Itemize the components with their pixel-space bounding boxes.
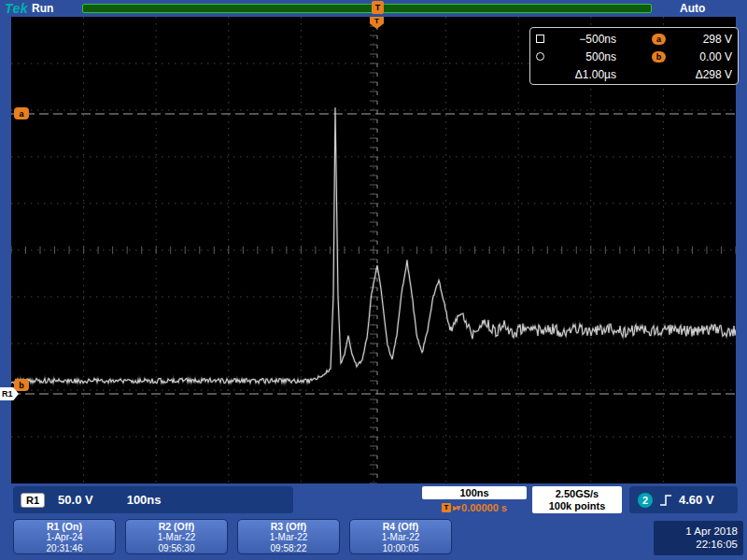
acquisition-state: Run bbox=[32, 2, 53, 15]
button-time: 09:56:30 bbox=[126, 543, 227, 554]
cursor-b-voltage: 0.00 V bbox=[672, 50, 732, 63]
reference-channel-badge: R1 bbox=[21, 493, 45, 508]
button-time: 09:58:22 bbox=[238, 543, 339, 554]
tek-logo: Tek bbox=[5, 1, 28, 16]
waveform-plot bbox=[11, 17, 736, 483]
button-time: 10:00:05 bbox=[350, 543, 451, 554]
cursor-a-time: −500ns bbox=[555, 33, 616, 46]
cursor-readout: −500ns a 298 V 500ns b 0.00 V Δ1.00µs Δ2… bbox=[529, 27, 739, 85]
reference-time-scale: 100ns bbox=[127, 493, 162, 507]
date-text: 1 Apr 2018 bbox=[659, 525, 738, 538]
button-date: 1-Apr-24 bbox=[14, 532, 115, 543]
cursor-delta-voltage: Δ298 V bbox=[672, 68, 732, 81]
trigger-readout: 2 4.60 V bbox=[629, 486, 738, 513]
graticule-area: T a b bbox=[11, 17, 736, 483]
trigger-position-readout: T ▸▾ 0.00000 s bbox=[422, 501, 527, 513]
button-label: R1 (On) bbox=[14, 521, 115, 532]
acquisition-readout: 2.50GS/s 100k points bbox=[532, 486, 622, 513]
reference-button-r4[interactable]: R4 (Off) 1-Mar-22 10:00:05 bbox=[349, 519, 452, 554]
cursor-delta-time: Δ1.00µs bbox=[555, 68, 616, 81]
cursor-b-handle[interactable]: b bbox=[14, 379, 29, 391]
sample-rate: 2.50GS/s bbox=[556, 488, 599, 500]
cursor-b-shape-icon bbox=[536, 52, 544, 61]
cursor-a-handle[interactable]: a bbox=[14, 107, 29, 119]
trigger-mode-status: Auto bbox=[680, 2, 705, 15]
button-date: 1-Mar-22 bbox=[350, 532, 451, 543]
button-label: R4 (Off) bbox=[350, 521, 451, 532]
cursor-a-shape-icon bbox=[536, 35, 544, 43]
record-length: 100k points bbox=[549, 500, 606, 512]
datetime-display: 1 Apr 2018 22:16:05 bbox=[654, 521, 743, 555]
record-trigger-position-icon: T bbox=[372, 1, 384, 14]
trigger-position-value: 0.00000 s bbox=[461, 502, 507, 513]
reference-button-r3[interactable]: R3 (Off) 1-Mar-22 09:58:22 bbox=[237, 519, 340, 554]
cursor-b-badge-icon: b bbox=[652, 51, 666, 63]
reference-button-r1[interactable]: R1 (On) 1-Apr-24 20:31:46 bbox=[13, 519, 116, 554]
button-date: 1-Mar-22 bbox=[126, 532, 227, 543]
reference-vertical-scale: 50.0 V bbox=[58, 493, 93, 507]
record-view-bar bbox=[82, 4, 652, 13]
button-label: R2 (Off) bbox=[126, 521, 227, 532]
cursor-b-time: 500ns bbox=[555, 50, 616, 63]
trigger-source-badge: 2 bbox=[638, 493, 653, 508]
trigger-level: 4.60 V bbox=[679, 493, 714, 507]
button-time: 20:31:46 bbox=[14, 543, 115, 554]
time-text: 22:16:05 bbox=[659, 538, 738, 551]
cursor-a-badge-icon: a bbox=[652, 34, 666, 45]
button-date: 1-Mar-22 bbox=[238, 532, 339, 543]
button-label: R3 (Off) bbox=[238, 521, 339, 532]
trigger-arrow-icon: ▸▾ bbox=[453, 503, 459, 512]
oscilloscope-display: Tek Run T Auto T a b R1 −500ns a 298 V 5… bbox=[0, 0, 747, 560]
reference-scale-readout: R1 50.0 V 100ns bbox=[13, 486, 293, 513]
status-bar: Tek Run T Auto bbox=[0, 0, 747, 17]
horizontal-scale-readout: 100ns bbox=[422, 486, 527, 499]
cursor-a-voltage: 298 V bbox=[672, 33, 732, 46]
reference-button-r2[interactable]: R2 (Off) 1-Mar-22 09:56:30 bbox=[125, 519, 228, 554]
trigger-t-icon: T bbox=[442, 503, 451, 512]
rising-edge-icon bbox=[659, 494, 672, 507]
